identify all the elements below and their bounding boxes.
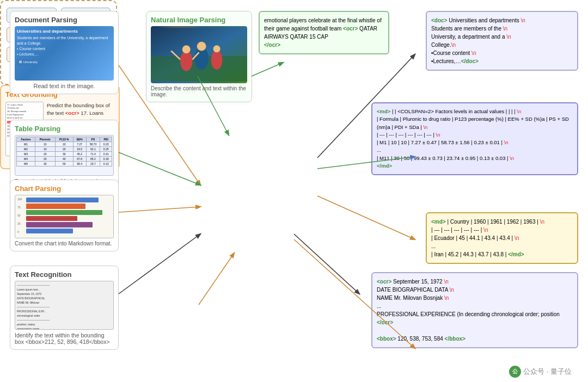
doc-newline-2: \n [503, 26, 507, 32]
document-parsing-image: Universities and departments Students ar… [15, 26, 114, 81]
text-recognition-card: Text Recognition ───────────────── Lorem… [10, 266, 119, 350]
bio-ocr-open: <ocr> [377, 279, 391, 285]
doc-output-box: <doc> Universities and departments \n St… [426, 11, 578, 71]
natural-image-label: Describe the content and text within the… [151, 85, 247, 97]
diagram-container: Document Parsing Universities and depart… [0, 0, 588, 382]
watermark-logo: 公 [509, 366, 521, 378]
text-recognition-image: ───────────────── Lorem ipsum text... Se… [15, 281, 114, 330]
table-newline-3: \n [436, 132, 440, 138]
svg-point-17 [197, 42, 206, 51]
svg-line-8 [252, 63, 283, 76]
document-parsing-card: Document Parsing Universities and depart… [10, 11, 119, 94]
country-output-box: <md> | Country | 1960 | 1961 | 1962 | 19… [426, 212, 578, 264]
table-newline-2: \n [423, 124, 427, 130]
natural-image-title: Natural Image Parsing [151, 16, 247, 24]
svg-line-4 [119, 234, 200, 294]
natural-prompt-ocr-tag: <ocr> [343, 26, 358, 32]
chart-parsing-title: Chart Parsing [15, 184, 114, 193]
svg-line-2 [119, 152, 200, 185]
bbox-output: <bbox> [377, 336, 396, 342]
doc-newline-4: \n [451, 42, 456, 48]
watermark: 公 公众号 · 量子位 [509, 366, 572, 378]
svg-point-18 [211, 51, 222, 70]
chart-parsing-label: Convert the chart into Markdown format. [15, 241, 114, 247]
bio-output-box: <ocr> September 15, 1972 \n DATE BIOGRAP… [371, 272, 578, 348]
bio-newline-1: \n [444, 279, 448, 285]
md-tag-close: </md> [377, 163, 392, 169]
watermark-text: 公众号 · 量子位 [523, 367, 572, 377]
ocr-tag-open: <ocr> [65, 110, 79, 116]
svg-line-3 [119, 207, 200, 212]
table-parsing-title: Table Parsing [15, 125, 114, 133]
doc-tag-open: <doc> [431, 17, 447, 23]
country-md-close: </md> [508, 251, 524, 257]
table-newline-4: \n [504, 139, 509, 145]
text-recognition-label: Identify the text within the bounding bo… [15, 332, 114, 345]
natural-image-card: Natural Image Parsing [146, 11, 252, 102]
document-parsing-label: Read text in the image. [15, 83, 114, 89]
table-newline-1: \n [517, 108, 521, 114]
document-parsing-title: Document Parsing [15, 16, 114, 24]
bio-ocr-close: </ocr> [377, 319, 393, 325]
country-newline-3: \n [514, 235, 519, 241]
table-parsing-card: Table Parsing FactorsPluronicP123 %EE%PS… [10, 120, 119, 189]
bio-newline-2: \n [450, 287, 454, 293]
doc-tag-close: </doc> [461, 58, 479, 64]
natural-prompt-ocr-close: </ocr> [264, 42, 280, 48]
country-newline-2: \n [483, 227, 488, 233]
svg-line-10 [294, 234, 359, 294]
svg-line-5 [199, 253, 234, 305]
md-tag-open: <md> [377, 108, 390, 114]
text-recognition-lines: ───────────────── Lorem ipsum text... Se… [17, 283, 112, 330]
country-newline-1: \n [540, 219, 544, 225]
natural-prompt-box: emotional players celebrate at the final… [259, 11, 389, 54]
chart-parsing-card: Chart Parsing 1007550250 Convert the cha… [10, 180, 119, 251]
doc-newline-5: \n [471, 50, 476, 56]
natural-image-photo [151, 26, 247, 83]
table-parsing-image: FactorsPluronicP123 %EE%PSPDI M110107.27… [15, 135, 114, 176]
bbox-close: </bbox> [445, 336, 465, 342]
doc-newline-3: \n [506, 34, 511, 40]
country-md-open: <md> [431, 219, 446, 225]
doc-newline-1: \n [521, 17, 525, 23]
bio-newline-3: \n [444, 295, 449, 301]
svg-point-15 [182, 45, 191, 53]
svg-line-9 [317, 196, 415, 239]
table-output-box: <md> | | <COLSPAN=2> Factors levels in a… [371, 102, 578, 175]
svg-point-19 [213, 45, 220, 52]
chart-y-axis: 1007550250 [17, 198, 24, 233]
table-newline-5: \n [510, 155, 514, 161]
text-recognition-title: Text Recognition [15, 270, 114, 279]
chart-with-label: Convert the chart into Markdown format. [15, 241, 114, 247]
chart-parsing-image: 1007550250 [15, 195, 114, 238]
svg-point-14 [180, 51, 192, 71]
